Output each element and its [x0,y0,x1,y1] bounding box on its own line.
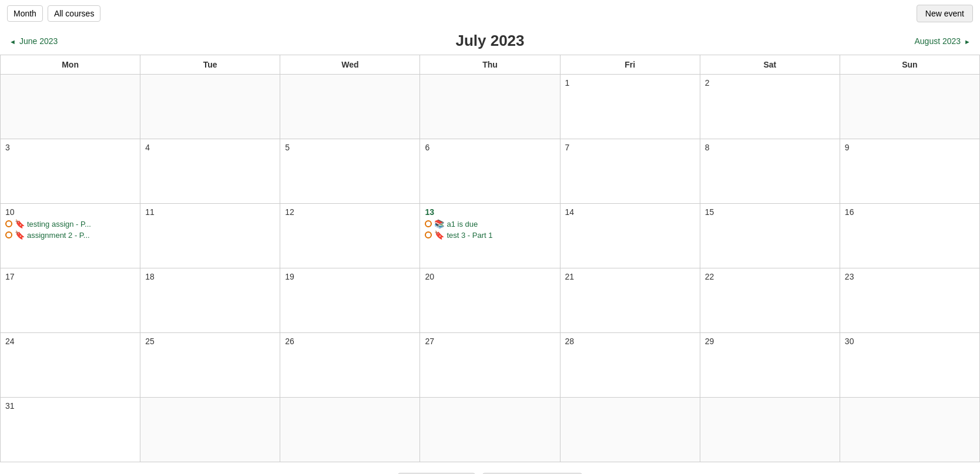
day-number: 10 [5,207,135,217]
day-cell: 28 [561,333,700,398]
day-cell [420,398,560,462]
day-header-sun: Sun [840,55,980,75]
weeks-container: 12345678910🔖testing assign - P...🔖assign… [1,75,980,462]
event-label: assignment 2 - P... [27,231,90,240]
day-cell: 25 [140,333,280,398]
footer: Export calendar Manage subscriptions [0,462,980,474]
day-cell: 1 [561,75,700,139]
day-number: 8 [705,143,835,152]
day-cell: 22 [700,268,840,333]
day-number: 14 [565,207,695,217]
day-header-sat: Sat [700,55,840,75]
event-type-icon: 🔖 [15,230,25,240]
event-item[interactable]: 📚a1 is due [425,219,555,228]
day-cell [561,398,700,462]
day-cell: 31 [1,398,140,462]
day-number: 20 [425,272,555,281]
day-cell: 27 [420,333,560,398]
day-cell: 19 [280,268,420,333]
current-month-title: July 2023 [455,32,524,50]
next-arrow-icon [964,36,971,46]
week-row-1: 3456789 [1,139,980,204]
day-cell: 16 [840,204,980,268]
event-type-icon: 🔖 [15,219,25,228]
day-number: 13 [425,207,555,217]
day-number: 30 [845,337,975,346]
event-dot-icon [425,231,432,238]
top-bar: Month All courses New event [0,0,980,27]
day-number: 2 [705,78,835,88]
day-number: 3 [5,143,135,152]
day-cell [280,75,420,139]
day-cell [280,398,420,462]
day-cell: 30 [840,333,980,398]
day-cell: 17 [1,268,140,333]
week-row-2: 10🔖testing assign - P...🔖assignment 2 - … [1,204,980,268]
day-cell: 2 [700,75,840,139]
prev-month-label: June 2023 [19,36,58,46]
event-type-icon: 🔖 [434,230,444,240]
day-number: 21 [565,272,695,281]
day-cell: 18 [140,268,280,333]
day-number: 5 [285,143,415,152]
day-cell: 10🔖testing assign - P...🔖assignment 2 - … [1,204,140,268]
event-dot-icon [5,231,12,238]
week-row-3: 17181920212223 [1,268,980,333]
day-cell [1,75,140,139]
day-cell: 14 [561,204,700,268]
day-number: 9 [845,143,975,152]
day-number: 25 [145,337,275,346]
week-row-0: 12 [1,75,980,139]
event-type-icon: 📚 [434,219,444,228]
day-cell: 7 [561,139,700,204]
day-number: 16 [845,207,975,217]
day-cell: 8 [700,139,840,204]
day-cell: 9 [840,139,980,204]
day-cell: 21 [561,268,700,333]
event-item[interactable]: 🔖testing assign - P... [5,219,135,228]
event-item[interactable]: 🔖assignment 2 - P... [5,230,135,240]
next-month-link[interactable]: August 2023 [914,36,971,46]
view-dropdown[interactable]: Month [7,5,43,22]
day-cell: 15 [700,204,840,268]
event-label: testing assign - P... [27,220,91,228]
day-cell: 26 [280,333,420,398]
day-header-thu: Thu [420,55,560,75]
event-dot-icon [425,220,432,227]
day-number: 19 [285,272,415,281]
day-number: 1 [565,78,695,88]
day-cell: 20 [420,268,560,333]
day-cell: 6 [420,139,560,204]
day-cell [840,75,980,139]
day-header-mon: Mon [1,55,140,75]
day-number: 17 [5,272,135,281]
day-cell: 13📚a1 is due🔖test 3 - Part 1 [420,204,560,268]
day-number: 18 [145,272,275,281]
courses-dropdown[interactable]: All courses [48,5,100,22]
event-label: test 3 - Part 1 [447,231,492,240]
calendar-grid: MonTueWedThuFriSatSun 12345678910🔖testin… [0,55,980,462]
day-cell: 24 [1,333,140,398]
day-cell: 12 [280,204,420,268]
day-cell: 23 [840,268,980,333]
week-row-5: 31 [1,398,980,462]
prev-month-link[interactable]: June 2023 [9,36,58,46]
day-number: 22 [705,272,835,281]
day-number: 7 [565,143,695,152]
day-number: 31 [5,401,135,411]
day-number: 6 [425,143,555,152]
event-item[interactable]: 🔖test 3 - Part 1 [425,230,555,240]
day-cell: 11 [140,204,280,268]
week-row-4: 24252627282930 [1,333,980,398]
day-number: 12 [285,207,415,217]
day-cell [840,398,980,462]
day-cell [140,75,280,139]
event-label: a1 is due [447,220,478,228]
day-cell: 3 [1,139,140,204]
day-number: 23 [845,272,975,281]
day-number: 24 [5,337,135,346]
day-number: 4 [145,143,275,152]
new-event-button[interactable]: New event [917,5,973,22]
event-dot-icon [5,220,12,227]
prev-arrow-icon [9,36,16,46]
